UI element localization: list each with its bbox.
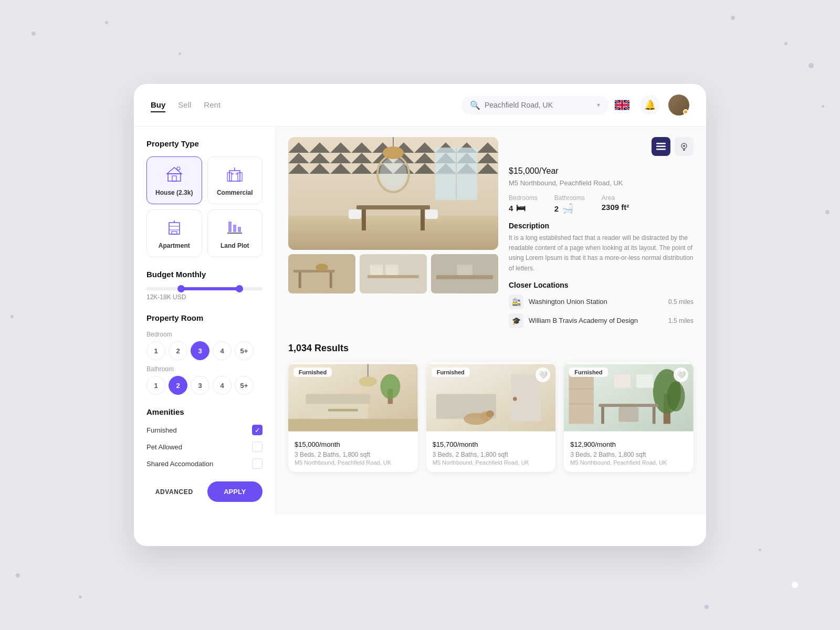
locations-title: Closer Locations [509,281,694,289]
range-thumb-left[interactable] [177,285,185,292]
svg-rect-24 [421,209,425,230]
location-row-1: 🚉 Washington Union Station 0.5 miles [509,295,694,309]
list-view-button[interactable] [652,137,670,156]
amenity-pet-checkbox[interactable] [252,442,262,452]
header-icons: 🔔 [640,94,689,116]
amenity-shared-row: Shared Accomodation [146,458,262,469]
amenity-furnished-checkbox[interactable] [252,425,262,435]
property-type-house[interactable]: House (2.3k) [146,156,202,204]
svg-rect-75 [601,407,604,424]
hero-thumbnails [288,254,498,293]
range-thumb-right[interactable] [236,285,243,292]
nav-buy[interactable]: Buy [151,98,165,112]
bedroom-btn-1[interactable]: 1 [146,341,165,360]
school-icon: 🎓 [509,313,523,328]
landplot-icon [225,217,244,239]
bedroom-btn-5plus[interactable]: 5+ [235,341,254,360]
budget-title: Budget Monthly [146,270,262,279]
bathroom-btn-4[interactable]: 4 [213,376,232,395]
content-area: $15,000/Year M5 Northbound, Peachfield R… [276,127,706,514]
svg-rect-68 [569,374,594,424]
bathroom-btn-3[interactable]: 3 [191,376,209,395]
property-type-landplot[interactable]: Land Plot [207,209,263,257]
bathroom-btn-5plus[interactable]: 5+ [235,376,254,395]
listing-1-image: Furnished [288,362,418,433]
listing-3-body: $12,900/month 3 Beds, 2 Baths, 1,800 sqf… [564,433,694,472]
listing-card-2: Furnished 🤍 $15,700/month 3 Beds, 2 Bath… [426,362,556,472]
svg-rect-78 [614,374,631,388]
hero-price: $15,000/Year [509,162,694,177]
budget-range-label: 12K-18K USD [146,293,262,301]
description-text: It is a long established fact that a rea… [509,233,694,274]
user-avatar-wrap [668,94,689,116]
hero-thumb-1[interactable] [288,254,355,293]
svg-rect-35 [293,270,335,272]
avatar-status-dot [683,109,688,114]
property-room-title: Property Room [146,313,262,322]
apply-button[interactable]: APPLY [207,481,263,502]
dropdown-arrow-icon[interactable]: ▾ [597,101,600,109]
listing-card-3: Furnished 🤍 $12,900/month 3 Beds, 2 Bath… [564,362,694,472]
svg-rect-76 [653,407,656,424]
svg-rect-53 [306,394,370,404]
svg-point-66 [486,410,494,417]
svg-rect-44 [436,275,493,279]
bedroom-btn-3[interactable]: 3 [191,341,209,360]
svg-marker-2 [167,167,182,174]
svg-rect-8 [232,173,234,175]
language-flag[interactable] [615,100,629,110]
svg-rect-59 [288,419,418,432]
house-label: House (2.3k) [155,189,193,196]
location-2-distance: 1.5 miles [668,317,694,324]
search-bar: 🔍 ▾ [461,96,608,114]
notification-button[interactable]: 🔔 [640,95,660,115]
station-icon: 🚉 [509,295,523,309]
budget-section: Budget Monthly 12K-18K USD [146,270,262,301]
bedroom-btn-4[interactable]: 4 [213,341,232,360]
search-icon: 🔍 [470,100,480,110]
svg-rect-9 [236,173,238,175]
amenity-shared-label: Shared Accomodation [146,460,213,468]
amenity-shared-checkbox[interactable] [252,458,262,469]
bathroom-row: Bathroom 1 2 3 4 5+ [146,365,262,395]
hero-thumb-3[interactable] [431,254,498,293]
commercial-label: Commercial [217,189,253,196]
svg-point-73 [667,381,685,411]
amenity-pet-label: Pet Allowed [146,443,182,451]
app-window: Buy Sell Rent 🔍 ▾ 🔔 [134,84,706,546]
map-view-button[interactable] [675,137,694,156]
property-type-commercial[interactable]: Commercial [207,156,263,204]
advanced-button[interactable]: ADVANCED [146,481,202,502]
hero-thumb-2[interactable] [360,254,427,293]
apartment-label: Apartment [159,242,190,249]
bathroom-btn-1[interactable]: 1 [146,376,165,395]
property-type-apartment[interactable]: Apartment [146,209,202,257]
nav-sell[interactable]: Sell [178,98,191,112]
hero-detail: $15,000/Year M5 Northbound, Peachfield R… [509,137,694,332]
listing-2-heart-button[interactable]: 🤍 [536,368,550,382]
svg-rect-11 [169,223,180,234]
bath-icon: 🛁 [562,203,573,214]
apartment-icon [165,217,184,239]
hero-section: $15,000/Year M5 Northbound, Peachfield R… [288,137,694,332]
description-title: Description [509,222,694,230]
bathroom-btn-2[interactable]: 2 [169,376,187,395]
svg-rect-26 [425,209,438,219]
bedroom-btn-2[interactable]: 2 [169,341,187,360]
svg-rect-40 [368,275,419,278]
property-room-section: Property Room Bedroom 1 2 3 4 5+ Bathroo… [146,313,262,395]
bedroom-buttons: 1 2 3 4 5+ [146,341,262,360]
svg-rect-77 [619,407,639,422]
listing-3-heart-button[interactable]: 🤍 [674,368,688,382]
main-nav: Buy Sell Rent [151,98,220,112]
commercial-icon [225,164,244,186]
amenities-title: Amenities [146,407,262,416]
budget-range-slider[interactable] [146,287,262,290]
bathroom-label: Bathroom [146,365,262,373]
svg-point-62 [513,397,517,401]
listing-2-badge: Furnished [432,368,470,377]
svg-point-4 [177,167,180,170]
search-input[interactable] [485,101,593,109]
nav-rent[interactable]: Rent [204,98,220,112]
svg-rect-25 [349,209,361,219]
